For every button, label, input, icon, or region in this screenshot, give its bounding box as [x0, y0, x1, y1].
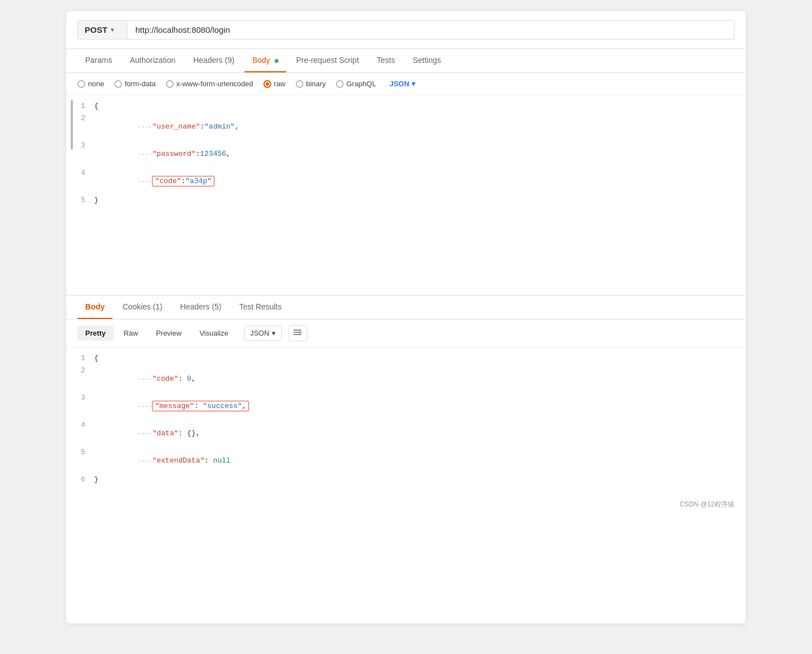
request-editor-wrapper: 1 { 2 ····"user_name":"admin", 3 ····"pa…: [66, 95, 746, 296]
wrap-button[interactable]: [288, 325, 307, 341]
tab-params[interactable]: Params: [77, 49, 120, 72]
watermark: CSDN @12程序猿: [66, 492, 746, 517]
tab-settings[interactable]: Settings: [405, 49, 449, 72]
radio-binary: [296, 80, 304, 88]
url-bar: POST ▾: [66, 11, 746, 49]
body-type-none[interactable]: none: [77, 80, 104, 88]
body-type-selectors: none form-data x-www-form-urlencoded raw…: [66, 73, 746, 95]
response-line-4: 4 ····"data": {},: [66, 420, 746, 447]
json-type-dropdown[interactable]: JSON ▾: [389, 80, 415, 88]
request-line-3: 3 ····"password":123456,: [66, 140, 746, 168]
format-raw[interactable]: Raw: [116, 326, 146, 341]
request-line-4: 4 ····"code":"a34p": [66, 168, 746, 195]
body-type-raw[interactable]: raw: [263, 80, 286, 88]
tab-headers[interactable]: Headers (9): [185, 49, 242, 72]
body-type-graphql[interactable]: GraphQL: [336, 80, 376, 88]
radio-raw: [263, 80, 271, 88]
response-section: Body Cookies (1) Headers (5) Test Result…: [66, 296, 746, 492]
request-line-2: 2 ····"user_name":"admin",: [66, 113, 746, 140]
request-line-5: 5 }: [66, 195, 746, 207]
radio-urlencoded: [166, 80, 174, 88]
request-line-1: 1 {: [66, 101, 746, 113]
radio-form-data: [114, 80, 122, 88]
wrap-icon: [294, 328, 302, 336]
request-tabs-nav: Params Authorization Headers (9) Body Pr…: [66, 49, 746, 73]
method-select[interactable]: POST ▾: [77, 20, 128, 40]
response-json-dropdown[interactable]: JSON ▾: [244, 326, 282, 341]
response-tab-test-results[interactable]: Test Results: [232, 296, 290, 319]
tab-tests[interactable]: Tests: [369, 49, 403, 72]
method-chevron: ▾: [111, 27, 114, 33]
response-line-6: 6 }: [66, 474, 746, 486]
request-code-editor[interactable]: 1 { 2 ····"user_name":"admin", 3 ····"pa…: [66, 95, 746, 296]
radio-graphql: [336, 80, 344, 88]
response-tab-body[interactable]: Body: [77, 296, 112, 319]
scroll-indicator: [71, 100, 73, 150]
response-tab-cookies[interactable]: Cookies (1): [115, 296, 170, 319]
response-line-5: 5 ····"extendData": null: [66, 447, 746, 474]
tab-pre-request-script[interactable]: Pre-request Script: [288, 49, 367, 72]
response-tab-headers[interactable]: Headers (5): [173, 296, 229, 319]
radio-none: [77, 80, 85, 88]
response-code-editor: 1 { 2 ····"code": 0, 3 ····"message": "s…: [66, 347, 746, 492]
method-label: POST: [85, 25, 107, 35]
format-visualize[interactable]: Visualize: [192, 326, 236, 341]
body-type-urlencoded[interactable]: x-www-form-urlencoded: [166, 80, 253, 88]
format-pretty[interactable]: Pretty: [77, 326, 114, 341]
response-tabs-nav: Body Cookies (1) Headers (5) Test Result…: [66, 296, 746, 319]
body-type-binary[interactable]: binary: [296, 80, 326, 88]
response-line-2: 2 ····"code": 0,: [66, 365, 746, 392]
response-line-3: 3 ····"message": "success",: [66, 392, 746, 420]
format-preview[interactable]: Preview: [148, 326, 189, 341]
tab-authorization[interactable]: Authorization: [122, 49, 183, 72]
tab-body[interactable]: Body: [244, 49, 286, 72]
postman-container: POST ▾ Params Authorization Headers (9) …: [66, 11, 746, 623]
body-active-dot: [275, 59, 278, 63]
response-line-1: 1 {: [66, 353, 746, 365]
response-format-bar: Pretty Raw Preview Visualize JSON ▾: [66, 319, 746, 347]
body-type-form-data[interactable]: form-data: [114, 80, 156, 88]
url-input[interactable]: [128, 20, 735, 40]
